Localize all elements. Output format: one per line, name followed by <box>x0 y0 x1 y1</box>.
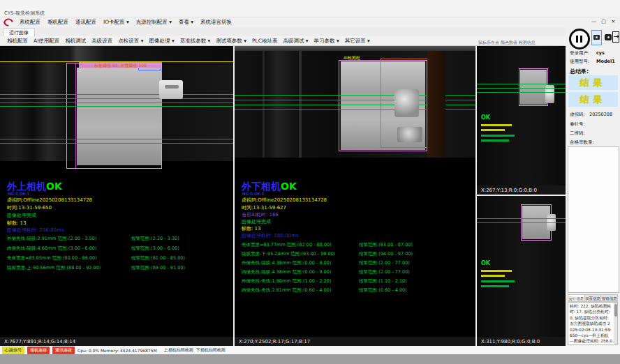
tool-advanced-settings[interactable]: 高级设置 <box>89 37 115 45</box>
camera-toggle-button-selected[interactable] <box>591 30 602 45</box>
app-window: CYS-视觉检测系统 系统配置 相机配置 通讯配置 IO卡配置 ▾ 光源控制配置… <box>0 0 620 364</box>
camera-status-ok: OK <box>281 181 297 192</box>
alarm-range: 报警范围:(2.20 - 3.30) <box>131 236 179 242</box>
process-done-line: 图像处理完成 <box>242 218 271 225</box>
result-list-box[interactable] <box>568 146 619 293</box>
camera-image-aux-top[interactable]: OK <box>477 46 566 185</box>
title-bar: CYS-视觉检测系统 <box>0 0 620 17</box>
menu-camera-config[interactable]: 相机配置 <box>44 17 72 27</box>
model-label: 使用型号: <box>570 59 589 65</box>
minimize-button[interactable]: — <box>589 17 598 26</box>
window-title: CYS-视觉检测系统 <box>4 10 45 17</box>
camera-image-lower[interactable]: AI检测框 <box>235 46 475 158</box>
menu-view[interactable]: 查看 ▾ <box>175 17 197 27</box>
result-display-upper: 结果 <box>568 75 618 90</box>
menu-comm-config[interactable]: 通讯配置 <box>72 17 100 27</box>
mini-text-bar <box>481 135 515 137</box>
lower-camera-task: 下相机拍照检测 <box>196 347 226 354</box>
camera-view-upper: 标签阈值:93, 灰度阈值:100 外上相机OK NG:0,OK:1 虚拟码:O… <box>0 46 233 346</box>
tab-strip: 运行图像 <box>0 27 566 37</box>
camera-icon <box>605 34 612 40</box>
measurement-value: 内侧壳线-壳线:2.61mm 范围:(0.60 - 4.00) <box>242 287 359 294</box>
menu-system-config[interactable]: 系统配置 <box>16 17 44 27</box>
tab-run-info[interactable]: 运行信息 <box>568 294 584 302</box>
qr-label: 二维码: <box>570 130 585 137</box>
alarm-range: 报警范围:(2.00 - 77.00) <box>359 260 410 266</box>
tool-image-processing[interactable]: 图像处理 ▾ <box>147 37 177 45</box>
status-bar: 心跳信号 相机连接 通讯连接 Cpu: 0.0% Memory: 3424.41… <box>0 346 620 354</box>
alarm-range: 报警范围:(0.60 - 4.00) <box>359 287 407 294</box>
overlay-green-line <box>477 88 566 89</box>
tool-camera-debug[interactable]: 相机调试 <box>62 37 89 45</box>
measurement-row: 外侧壳线-隔膜:4.38mm 范围:(0.00 - 9.00) 报警范围:(2.… <box>242 260 473 266</box>
mini-status-ok: OK <box>481 114 490 121</box>
run-log-box[interactable]: 耗时: 222, 缺陷检测耗时: 17, 缺陷分类耗时: 0, 缺陷提取分区耗时… <box>568 302 618 345</box>
cpu-memory-readout: Cpu: 0.0% Memory: 3424.41796875M <box>78 348 157 353</box>
alarm-range: 报警范围:(1.10 - 2.10) <box>359 278 407 285</box>
measurement-row: 外侧壳线-隔膜:2.91mm 范围:(2.00 - 3.50) 报警范围:(2.… <box>7 236 230 242</box>
overlay-green-line <box>0 103 233 103</box>
measurement-value: 内侧壳线-隔膜:4.38mm 范围:(0.00 - 9.00) <box>242 269 359 275</box>
pass-rate-label: 合格率数量: <box>570 139 594 146</box>
camera-status-ok: OK <box>46 181 62 192</box>
machine-frame-right <box>427 51 445 158</box>
tool-learning-params[interactable]: 学习参数 ▾ <box>311 37 342 45</box>
needle-label: 卷针号: <box>570 121 585 128</box>
measurement-row: 内侧壳线-隔膜:4.60mm 范围:(3.00 - 6.00) 报警范围:(3.… <box>7 245 230 252</box>
frame-count-line: 帧数: 13 <box>7 220 27 227</box>
camera-name-label: 外下相机 <box>242 181 281 192</box>
window-controls: — ▢ ✕ <box>589 17 618 26</box>
tab-settings-info[interactable]: 设置信息 <box>584 294 601 302</box>
tab-error-info[interactable]: 报错信息 <box>600 294 618 302</box>
camera-image-upper[interactable]: 标签阈值:93, 灰度阈值:100 <box>0 46 233 161</box>
measurement-value: 内侧壳线-隔膜:4.60mm 范围:(3.00 - 6.00) <box>7 245 131 252</box>
time-line: 时间:13-31-59-627 <box>242 204 286 211</box>
pause-button[interactable] <box>569 29 590 50</box>
mini-text-bar <box>481 129 505 131</box>
mini-text-bar <box>481 139 509 142</box>
tool-other-settings[interactable]: 其它设置 ▾ <box>342 37 373 45</box>
tool-spot-check[interactable]: 点检设置 ▾ <box>115 37 146 45</box>
log-scrollbar[interactable] <box>614 303 617 344</box>
tool-ai-usage-config[interactable]: AI使用配置 <box>31 37 62 45</box>
camera-image-aux-bottom[interactable]: OK <box>477 196 566 337</box>
tool-plc-address[interactable]: PLC地址表 <box>249 37 280 45</box>
mini-status-ok: OK <box>481 260 490 266</box>
result-display-lower: 结果 <box>568 92 618 107</box>
workpiece-cell <box>520 70 547 105</box>
overlay-green-line <box>0 139 233 139</box>
overlay-green-line <box>0 94 233 95</box>
time-line: 时间:13-31-59-650 <box>7 204 52 211</box>
menu-io-config[interactable]: IO卡配置 ▾ <box>100 17 133 27</box>
mini-text-bar <box>481 280 515 282</box>
comm-link-badge: 通讯连接 <box>52 347 75 354</box>
bottom-footer <box>0 354 620 364</box>
model-value: Model1 <box>596 59 615 64</box>
threshold-overlay-label: 标签阈值:93, 灰度阈值:100 <box>79 62 162 68</box>
alarm-range: 报警范围:(3.00 - 6.00) <box>131 245 179 252</box>
process-done-line: 图像处理完成 <box>7 212 36 219</box>
tool-advanced-debug[interactable]: 高级调试 ▾ <box>280 37 311 45</box>
menu-language-switch[interactable]: 系统语言切换 <box>197 17 235 27</box>
measurement-value: 外侧壳线-壳线:1.90mm 范围:(1.00 - 2.20) <box>242 278 359 285</box>
measurement-row: 隔膜宽度-下:95.24mm 范围:(93.00 - 98.00) 报警范围:(… <box>242 251 473 257</box>
overlay-green-line <box>0 106 233 107</box>
menu-light-config[interactable]: 光源控制配置 ▾ <box>133 17 175 27</box>
menu-bar: 系统配置 相机配置 通讯配置 IO卡配置 ▾ 光源控制配置 ▾ 查看 ▾ 系统语… <box>0 17 620 27</box>
log-scrollbar-thumb[interactable] <box>614 304 617 317</box>
close-button[interactable]: ✕ <box>609 17 618 26</box>
mini-text-bar <box>481 285 509 287</box>
measurement-row: 壳体宽度=83.77mm 范围:(82.00 - 88.00) 报警范围:(83… <box>242 242 473 248</box>
mouse-pixel-caption: 鼠标所在点 颜色数值 检测信息 <box>478 40 536 46</box>
maximize-button[interactable]: ▢ <box>599 17 608 26</box>
exit-button[interactable]: → <box>612 30 620 45</box>
overlay-green-line <box>0 98 233 99</box>
pixel-coords-readout: X:267;Y:13;R:0;G:0;B:0 <box>477 185 566 195</box>
tool-baseline-params[interactable]: 基准线参数 ▾ <box>177 37 214 45</box>
alarm-range: 报警范围:(2.00 - 77.00) <box>359 269 410 275</box>
measurement-value: 壳体宽度=83.77mm 范围:(82.00 - 88.00) <box>242 242 359 248</box>
pixel-coords-readout: X:7677;Y:891;R:14;G:14;B:14 <box>0 337 233 346</box>
tool-camera-config[interactable]: 相机配置 <box>4 37 31 45</box>
login-user-value: cys <box>596 50 605 56</box>
tool-test-params[interactable]: 测试项参数 ▾ <box>213 37 249 45</box>
